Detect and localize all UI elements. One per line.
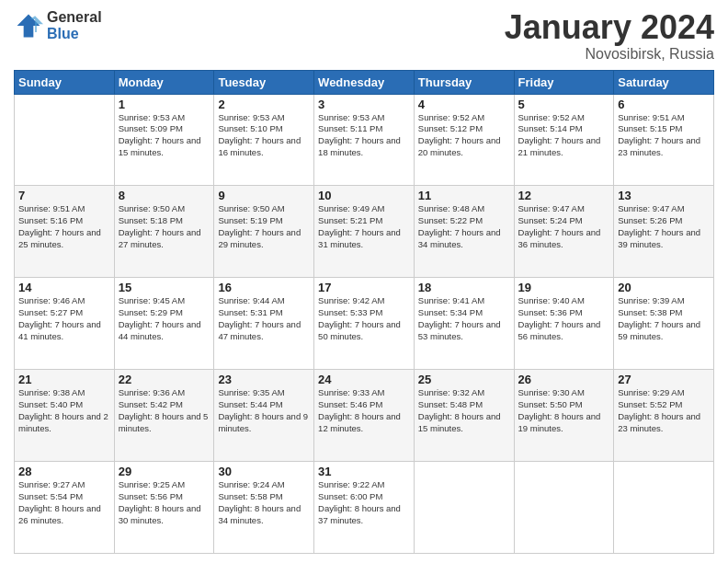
day-number-0-1: 1 bbox=[119, 98, 210, 111]
day-cell-4-6 bbox=[614, 462, 714, 554]
day-cell-3-1: 22Sunrise: 9:36 AM Sunset: 5:42 PM Dayli… bbox=[114, 370, 214, 462]
day-number-0-4: 4 bbox=[418, 98, 510, 111]
day-number-2-0: 14 bbox=[18, 281, 110, 294]
day-info-4-1: Sunrise: 9:25 AM Sunset: 5:56 PM Dayligh… bbox=[119, 479, 210, 526]
header-thursday: Thursday bbox=[414, 70, 514, 94]
day-number-1-5: 12 bbox=[518, 189, 610, 202]
day-cell-2-5: 19Sunrise: 9:40 AM Sunset: 5:36 PM Dayli… bbox=[514, 278, 614, 370]
day-cell-1-6: 13Sunrise: 9:47 AM Sunset: 5:26 PM Dayli… bbox=[614, 186, 714, 278]
day-cell-2-6: 20Sunrise: 9:39 AM Sunset: 5:38 PM Dayli… bbox=[614, 278, 714, 370]
day-number-3-3: 24 bbox=[318, 373, 410, 386]
day-cell-0-1: 1Sunrise: 9:53 AM Sunset: 5:09 PM Daylig… bbox=[114, 94, 214, 186]
day-cell-1-2: 9Sunrise: 9:50 AM Sunset: 5:19 PM Daylig… bbox=[214, 186, 314, 278]
header-monday: Monday bbox=[114, 70, 214, 94]
day-number-3-1: 22 bbox=[119, 373, 210, 386]
day-number-4-2: 30 bbox=[218, 465, 310, 478]
day-cell-1-3: 10Sunrise: 9:49 AM Sunset: 5:21 PM Dayli… bbox=[314, 186, 415, 278]
day-number-1-3: 10 bbox=[318, 189, 410, 202]
day-number-4-1: 29 bbox=[119, 465, 210, 478]
day-cell-3-4: 25Sunrise: 9:32 AM Sunset: 5:48 PM Dayli… bbox=[414, 370, 514, 462]
month-title: January 2024 bbox=[505, 9, 714, 46]
day-number-1-6: 13 bbox=[618, 189, 710, 202]
day-info-2-1: Sunrise: 9:45 AM Sunset: 5:29 PM Dayligh… bbox=[119, 295, 210, 342]
day-info-3-3: Sunrise: 9:33 AM Sunset: 5:46 PM Dayligh… bbox=[318, 387, 410, 434]
day-cell-2-0: 14Sunrise: 9:46 AM Sunset: 5:27 PM Dayli… bbox=[15, 278, 115, 370]
day-info-2-2: Sunrise: 9:44 AM Sunset: 5:31 PM Dayligh… bbox=[218, 295, 310, 342]
day-info-1-1: Sunrise: 9:50 AM Sunset: 5:18 PM Dayligh… bbox=[119, 203, 210, 250]
day-number-1-2: 9 bbox=[218, 189, 310, 202]
day-number-2-1: 15 bbox=[119, 281, 210, 294]
day-number-2-5: 19 bbox=[518, 281, 610, 294]
day-cell-0-2: 2Sunrise: 9:53 AM Sunset: 5:10 PM Daylig… bbox=[214, 94, 314, 186]
logo-icon bbox=[14, 11, 43, 40]
day-cell-3-3: 24Sunrise: 9:33 AM Sunset: 5:46 PM Dayli… bbox=[314, 370, 415, 462]
logo: General Blue bbox=[14, 9, 102, 41]
day-cell-3-5: 26Sunrise: 9:30 AM Sunset: 5:50 PM Dayli… bbox=[514, 370, 614, 462]
day-info-3-1: Sunrise: 9:36 AM Sunset: 5:42 PM Dayligh… bbox=[119, 387, 210, 434]
day-cell-1-1: 8Sunrise: 9:50 AM Sunset: 5:18 PM Daylig… bbox=[114, 186, 214, 278]
day-cell-2-1: 15Sunrise: 9:45 AM Sunset: 5:29 PM Dayli… bbox=[114, 278, 214, 370]
day-cell-1-4: 11Sunrise: 9:48 AM Sunset: 5:22 PM Dayli… bbox=[414, 186, 514, 278]
day-info-1-6: Sunrise: 9:47 AM Sunset: 5:26 PM Dayligh… bbox=[618, 203, 710, 250]
header: General Blue January 2024 Novosibirsk, R… bbox=[14, 9, 714, 63]
day-number-3-5: 26 bbox=[518, 373, 610, 386]
weekday-header-row: Sunday Monday Tuesday Wednesday Thursday… bbox=[15, 70, 714, 94]
day-info-1-3: Sunrise: 9:49 AM Sunset: 5:21 PM Dayligh… bbox=[318, 203, 410, 250]
day-cell-4-2: 30Sunrise: 9:24 AM Sunset: 5:58 PM Dayli… bbox=[214, 462, 314, 554]
location-subtitle: Novosibirsk, Russia bbox=[505, 46, 714, 63]
day-cell-0-6: 6Sunrise: 9:51 AM Sunset: 5:15 PM Daylig… bbox=[614, 94, 714, 186]
calendar: Sunday Monday Tuesday Wednesday Thursday… bbox=[14, 70, 714, 554]
day-info-0-5: Sunrise: 9:52 AM Sunset: 5:14 PM Dayligh… bbox=[518, 112, 610, 159]
day-info-1-4: Sunrise: 9:48 AM Sunset: 5:22 PM Dayligh… bbox=[418, 203, 510, 250]
day-cell-3-0: 21Sunrise: 9:38 AM Sunset: 5:40 PM Dayli… bbox=[15, 370, 115, 462]
day-cell-4-0: 28Sunrise: 9:27 AM Sunset: 5:54 PM Dayli… bbox=[15, 462, 115, 554]
day-cell-2-2: 16Sunrise: 9:44 AM Sunset: 5:31 PM Dayli… bbox=[214, 278, 314, 370]
day-info-0-1: Sunrise: 9:53 AM Sunset: 5:09 PM Dayligh… bbox=[119, 112, 210, 159]
day-cell-0-5: 5Sunrise: 9:52 AM Sunset: 5:14 PM Daylig… bbox=[514, 94, 614, 186]
day-info-4-2: Sunrise: 9:24 AM Sunset: 5:58 PM Dayligh… bbox=[218, 479, 310, 526]
day-info-2-0: Sunrise: 9:46 AM Sunset: 5:27 PM Dayligh… bbox=[18, 295, 110, 342]
day-number-2-4: 18 bbox=[418, 281, 510, 294]
title-block: January 2024 Novosibirsk, Russia bbox=[505, 9, 714, 63]
day-number-2-2: 16 bbox=[218, 281, 310, 294]
day-info-0-6: Sunrise: 9:51 AM Sunset: 5:15 PM Dayligh… bbox=[618, 112, 710, 159]
day-cell-4-4 bbox=[414, 462, 514, 554]
day-info-1-2: Sunrise: 9:50 AM Sunset: 5:19 PM Dayligh… bbox=[218, 203, 310, 250]
day-cell-0-0 bbox=[15, 94, 115, 186]
day-number-3-6: 27 bbox=[618, 373, 710, 386]
day-number-2-3: 17 bbox=[318, 281, 410, 294]
header-sunday: Sunday bbox=[15, 70, 115, 94]
day-number-1-0: 7 bbox=[18, 189, 110, 202]
day-cell-1-5: 12Sunrise: 9:47 AM Sunset: 5:24 PM Dayli… bbox=[514, 186, 614, 278]
day-number-0-3: 3 bbox=[318, 98, 410, 111]
day-number-0-6: 6 bbox=[618, 98, 710, 111]
day-number-4-0: 28 bbox=[18, 465, 110, 478]
day-info-1-5: Sunrise: 9:47 AM Sunset: 5:24 PM Dayligh… bbox=[518, 203, 610, 250]
week-row-1: 7Sunrise: 9:51 AM Sunset: 5:16 PM Daylig… bbox=[15, 186, 714, 278]
day-info-1-0: Sunrise: 9:51 AM Sunset: 5:16 PM Dayligh… bbox=[18, 203, 110, 250]
day-info-0-4: Sunrise: 9:52 AM Sunset: 5:12 PM Dayligh… bbox=[418, 112, 510, 159]
day-info-2-5: Sunrise: 9:40 AM Sunset: 5:36 PM Dayligh… bbox=[518, 295, 610, 342]
page: General Blue January 2024 Novosibirsk, R… bbox=[0, 0, 728, 563]
logo-text: General Blue bbox=[47, 9, 102, 41]
week-row-3: 21Sunrise: 9:38 AM Sunset: 5:40 PM Dayli… bbox=[15, 370, 714, 462]
day-number-0-5: 5 bbox=[518, 98, 610, 111]
day-cell-4-3: 31Sunrise: 9:22 AM Sunset: 6:00 PM Dayli… bbox=[314, 462, 415, 554]
logo-blue-text: Blue bbox=[47, 26, 102, 42]
week-row-0: 1Sunrise: 9:53 AM Sunset: 5:09 PM Daylig… bbox=[15, 94, 714, 186]
day-info-3-6: Sunrise: 9:29 AM Sunset: 5:52 PM Dayligh… bbox=[618, 387, 710, 434]
day-number-4-3: 31 bbox=[318, 465, 410, 478]
header-wednesday: Wednesday bbox=[314, 70, 415, 94]
header-saturday: Saturday bbox=[614, 70, 714, 94]
day-number-3-4: 25 bbox=[418, 373, 510, 386]
day-cell-1-0: 7Sunrise: 9:51 AM Sunset: 5:16 PM Daylig… bbox=[15, 186, 115, 278]
week-row-4: 28Sunrise: 9:27 AM Sunset: 5:54 PM Dayli… bbox=[15, 462, 714, 554]
day-info-3-0: Sunrise: 9:38 AM Sunset: 5:40 PM Dayligh… bbox=[18, 387, 110, 434]
day-number-3-0: 21 bbox=[18, 373, 110, 386]
day-cell-2-4: 18Sunrise: 9:41 AM Sunset: 5:34 PM Dayli… bbox=[414, 278, 514, 370]
day-cell-2-3: 17Sunrise: 9:42 AM Sunset: 5:33 PM Dayli… bbox=[314, 278, 415, 370]
day-number-2-6: 20 bbox=[618, 281, 710, 294]
day-info-3-5: Sunrise: 9:30 AM Sunset: 5:50 PM Dayligh… bbox=[518, 387, 610, 434]
day-number-1-1: 8 bbox=[119, 189, 210, 202]
day-number-0-2: 2 bbox=[218, 98, 310, 111]
